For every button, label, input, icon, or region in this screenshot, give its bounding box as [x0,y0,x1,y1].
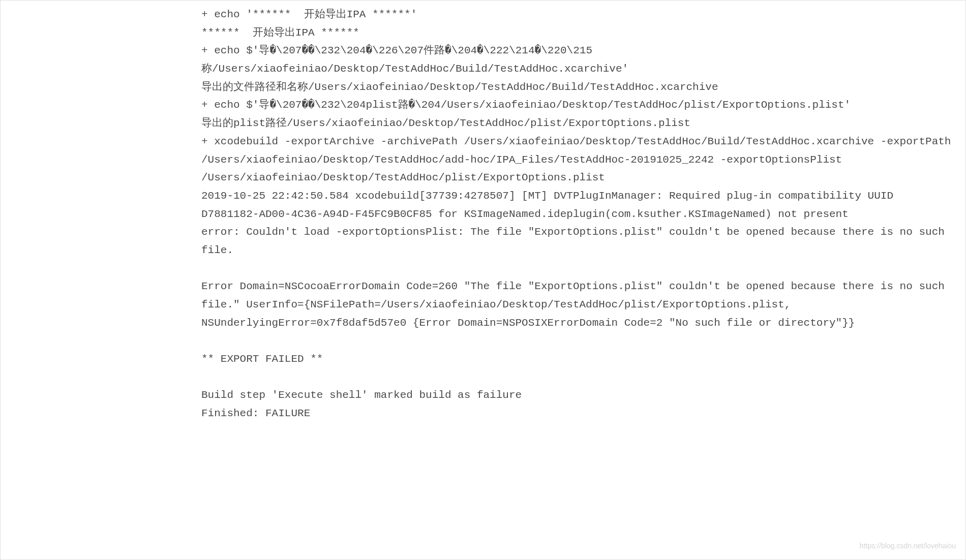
console-output: + echo '****** 开始导出IPA ******' ****** 开始… [201,6,955,423]
watermark: https://blog.csdn.net/lovehaiou [860,540,956,552]
console-container: + echo '****** 开始导出IPA ******' ****** 开始… [0,0,966,560]
